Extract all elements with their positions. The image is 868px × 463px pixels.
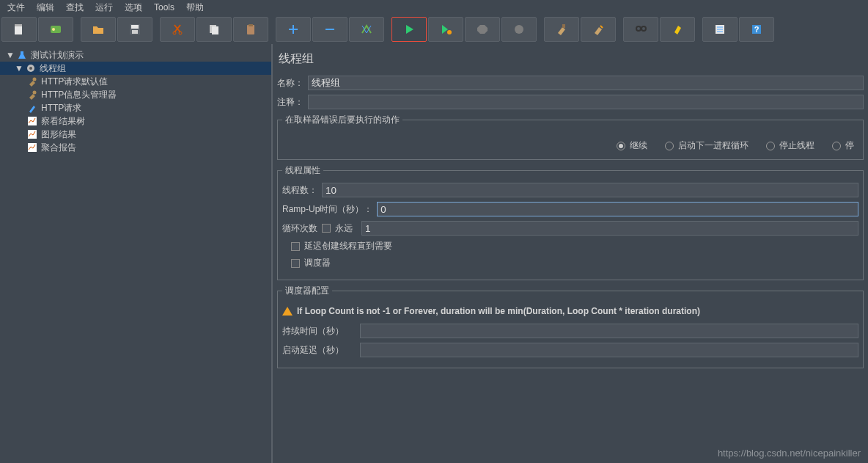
- name-input[interactable]: [308, 76, 864, 90]
- start-button[interactable]: [391, 17, 427, 42]
- copy-button[interactable]: [196, 17, 232, 42]
- scheduler-checkbox[interactable]: [291, 259, 300, 268]
- comment-input[interactable]: [308, 95, 864, 109]
- menubar: 文件 编辑 查找 运行 选项 Tools 帮助: [0, 0, 868, 15]
- watermark: https://blog.csdn.net/nicepainkiller: [718, 448, 861, 459]
- loop-label: 循环次数: [282, 222, 317, 235]
- add-button[interactable]: [276, 17, 311, 42]
- svg-rect-10: [212, 26, 218, 34]
- tree-item[interactable]: HTTP请求: [0, 101, 271, 114]
- svg-point-13: [447, 30, 452, 34]
- tree-label: 图形结果: [41, 128, 76, 141]
- expand-icon[interactable]: ▼: [6, 50, 13, 60]
- radio-stopthread-input[interactable]: [766, 142, 775, 150]
- menu-find[interactable]: 查找: [60, 0, 89, 15]
- radio-stop-thread[interactable]: 停止线程: [766, 139, 814, 152]
- cut-button[interactable]: [160, 17, 195, 42]
- threads-label: 线程数：: [282, 184, 317, 197]
- radio-stop-input[interactable]: [832, 142, 841, 150]
- stop-button[interactable]: [465, 17, 500, 42]
- onerror-legend: 在取样器错误后要执行的动作: [282, 114, 402, 126]
- start-no-pause-button[interactable]: [428, 17, 463, 42]
- radio-stop[interactable]: 停: [832, 139, 854, 152]
- radio-next-input[interactable]: [665, 142, 674, 150]
- svg-rect-5: [131, 25, 139, 29]
- save-button[interactable]: [117, 17, 152, 42]
- remove-button[interactable]: [312, 17, 347, 42]
- svg-point-17: [636, 26, 641, 31]
- menu-run[interactable]: 运行: [89, 0, 119, 15]
- expand-icon[interactable]: ▼: [15, 63, 22, 73]
- name-label: 名称：: [277, 77, 304, 90]
- tree-panel: ▼ 测试计划演示 ▼ 线程组 HTTP请求默认值 HTTP信息头管理器 HTTP…: [0, 44, 271, 463]
- svg-point-23: [29, 67, 32, 70]
- templates-button[interactable]: [38, 17, 73, 42]
- panel-title: 线程组: [277, 51, 864, 67]
- tree-item[interactable]: HTTP信息头管理器: [0, 88, 271, 101]
- menu-help[interactable]: 帮助: [180, 0, 210, 15]
- svg-point-3: [52, 28, 55, 31]
- help-button[interactable]: ?: [739, 17, 774, 42]
- scheduler-fieldset: 调度器配置 If Loop Count is not -1 or Forever…: [277, 285, 864, 368]
- chart-icon: [26, 115, 38, 127]
- delay-create-checkbox[interactable]: [291, 242, 300, 251]
- svg-point-15: [515, 25, 523, 34]
- wrench-icon: [26, 76, 38, 87]
- tree-thread-group[interactable]: ▼ 线程组: [0, 62, 271, 75]
- tree-item[interactable]: 察看结果树: [0, 114, 271, 128]
- main-panel: 线程组 名称： 注释： 在取样器错误后要执行的动作 继续 启动下一进程循环 停止…: [271, 44, 868, 463]
- tree-label: 察看结果树: [41, 115, 85, 128]
- open-button[interactable]: [81, 17, 116, 42]
- shutdown-button[interactable]: [501, 17, 537, 42]
- rampup-input[interactable]: [377, 202, 858, 216]
- tree-label: HTTP请求: [41, 102, 81, 114]
- loop-input[interactable]: [361, 221, 858, 236]
- svg-rect-1: [15, 24, 22, 26]
- reset-search-button[interactable]: [660, 17, 695, 42]
- svg-rect-12: [249, 24, 253, 26]
- threads-input[interactable]: [322, 183, 858, 197]
- rampup-label: Ramp-Up时间（秒）：: [282, 203, 372, 216]
- tree-item[interactable]: HTTP请求默认值: [0, 75, 271, 88]
- menu-file[interactable]: 文件: [1, 0, 31, 15]
- tree-label: 聚合报告: [41, 142, 76, 154]
- tree-item[interactable]: 图形结果: [0, 128, 271, 141]
- search-button[interactable]: [623, 17, 658, 42]
- forever-checkbox[interactable]: [322, 224, 331, 233]
- svg-rect-16: [562, 24, 565, 28]
- toggle-button[interactable]: [349, 17, 384, 42]
- duration-input[interactable]: [360, 324, 858, 338]
- clear-button[interactable]: [544, 17, 579, 42]
- svg-point-24: [33, 78, 37, 81]
- tree-root[interactable]: ▼ 测试计划演示: [0, 48, 271, 62]
- svg-rect-6: [132, 30, 138, 34]
- scheduler-label: 调度器: [304, 257, 331, 269]
- scheduler-warning: If Loop Count is not -1 or Forever, dura…: [282, 306, 858, 316]
- onerror-fieldset: 在取样器错误后要执行的动作 继续 启动下一进程循环 停止线程 停: [277, 114, 864, 160]
- startdelay-input[interactable]: [360, 343, 858, 357]
- radio-continue-input[interactable]: [617, 142, 625, 150]
- delay-create-label: 延迟创建线程直到需要: [304, 240, 392, 252]
- radio-continue[interactable]: 继续: [617, 139, 647, 152]
- menu-tools[interactable]: Tools: [148, 1, 180, 14]
- comment-label: 注释：: [277, 96, 304, 109]
- thread-props-legend: 线程属性: [282, 164, 323, 177]
- menu-options[interactable]: 选项: [119, 0, 148, 15]
- clear-all-button[interactable]: [581, 17, 616, 42]
- menu-edit[interactable]: 编辑: [31, 0, 60, 15]
- tree-label: HTTP信息头管理器: [41, 89, 117, 101]
- chart-icon: [26, 142, 38, 153]
- new-button[interactable]: [1, 17, 37, 42]
- paste-button[interactable]: [233, 17, 268, 42]
- tree-label: 线程组: [40, 62, 66, 75]
- radio-next-loop[interactable]: 启动下一进程循环: [665, 139, 749, 152]
- scheduler-legend: 调度器配置: [282, 285, 332, 297]
- svg-point-18: [641, 26, 646, 31]
- tree-label: 测试计划演示: [31, 49, 84, 62]
- tree-item[interactable]: 聚合报告: [0, 141, 271, 154]
- chart-icon: [26, 128, 38, 140]
- duration-label: 持续时间（秒）: [282, 325, 356, 338]
- svg-text:?: ?: [754, 25, 760, 34]
- function-button[interactable]: [702, 17, 738, 42]
- wrench-icon: [26, 89, 38, 101]
